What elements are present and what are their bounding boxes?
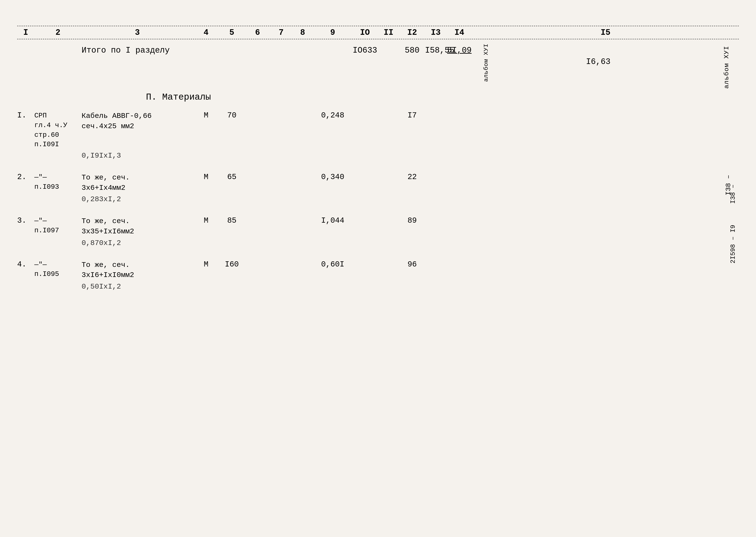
item-3-main-row: 3. —"— п.I097 То же, сеч. 3х35+IхI6мм2 М… — [17, 216, 739, 237]
item-1-desc: Кабель АВВГ-0,66 сеч.4х25 мм2 — [82, 111, 193, 131]
item-2-unit: М — [193, 173, 219, 182]
header-row: I 2 3 4 5 6 7 8 9 IO II I2 I3 I4 I5 — [17, 26, 739, 39]
item-4-desc-l2: 3хI6+IхI0мм2 — [82, 270, 193, 280]
item-1-desc-l2: сеч.4х25 мм2 — [82, 121, 193, 132]
section2-title: П. Материалы — [17, 92, 739, 103]
col-header-14: I4 — [447, 28, 472, 37]
item-row-4: 4. —"— п.I095 То же, сеч. 3хI6+IхI0мм2 М… — [17, 260, 739, 291]
item-4-ref-l1: —"— — [34, 260, 82, 270]
item-2-col12: 22 — [399, 173, 425, 182]
col-header-13: I3 — [425, 28, 447, 37]
item-4-ref: —"— п.I095 — [34, 260, 82, 279]
col-header-15: I5 — [472, 28, 739, 37]
item-1-ref-l2: гл.4 ч.У — [34, 121, 82, 130]
item-2-right-text-display: I38 – — [729, 173, 737, 216]
item-1-sub: 0,I9IхI,3 — [17, 151, 739, 160]
col-header-5: 5 — [219, 28, 245, 37]
summary-col15-val: I6,63 — [586, 57, 611, 66]
item-4-col9: 0,60I — [313, 260, 352, 269]
col-header-1: I — [17, 28, 34, 37]
item-2-desc: То же, сеч. 3х6+Iх4мм2 — [82, 173, 193, 193]
item-row-3: 3. —"— п.I097 То же, сеч. 3х35+IхI6мм2 М… — [17, 216, 739, 247]
item-2-num: 2. — [17, 173, 34, 182]
summary-second-line: I6,63 — [17, 57, 739, 66]
col-header-8: 8 — [292, 28, 313, 37]
col-header-9: 9 — [313, 28, 352, 37]
summary-label: Итого по I разделу — [82, 46, 193, 55]
item-3-qty: 85 — [219, 216, 245, 225]
item-1-qty: 70 — [219, 111, 245, 120]
item-2-desc-l2: 3х6+Iх4мм2 — [82, 183, 193, 193]
item-4-num: 4. — [17, 260, 34, 269]
item-1-num: I. — [17, 111, 34, 120]
page: I 2 3 4 5 6 7 8 9 IO II I2 I3 I4 I5 Итог… — [0, 0, 756, 537]
item-2-ref-l1: —"— — [34, 173, 82, 182]
item-2-desc-l1: То же, сеч. — [82, 173, 193, 183]
item-1-main-row: I. СРП гл.4 ч.У стр.60 п.I09I Кабель АВВ… — [17, 111, 739, 149]
album-label: альбом ХУI — [723, 46, 730, 89]
item-row-1: I. СРП гл.4 ч.У стр.60 п.I09I Кабель АВВ… — [17, 111, 739, 160]
item-1-col9: 0,248 — [313, 111, 352, 120]
item-1-unit: М — [193, 111, 219, 120]
item-1-ref-l1: СРП — [34, 111, 82, 121]
col-header-12: I2 — [399, 28, 425, 37]
item-3-sub: 0,870хI,2 — [17, 239, 739, 247]
summary-col14-val: 5I,09 — [447, 46, 472, 55]
summary-col12: 580 — [399, 46, 425, 55]
item-3-desc-l2: 3х35+IхI6мм2 — [82, 227, 193, 237]
item-row-2: 2. —"— п.I093 То же, сеч. 3х6+Iх4мм2 М 6… — [17, 173, 739, 203]
item-3-desc: То же, сеч. 3х35+IхI6мм2 — [82, 216, 193, 237]
item-3-num: 3. — [17, 216, 34, 225]
item-4-desc-l1: То же, сеч. — [82, 260, 193, 270]
col-header-4: 4 — [193, 28, 219, 37]
item-4-main-row: 4. —"— п.I095 То же, сеч. 3хI6+IхI0мм2 М… — [17, 260, 739, 280]
summary-col13: I58,55 — [425, 46, 447, 55]
item-1-col12: I7 — [399, 111, 425, 120]
item-2-ref-l2: п.I093 — [34, 182, 82, 192]
spacer1 — [17, 77, 739, 86]
summary-col14: 5I,09 альбом ХУI — [447, 46, 472, 55]
col-header-7: 7 — [270, 28, 292, 37]
item-1-ref: СРП гл.4 ч.У стр.60 п.I09I — [34, 111, 82, 149]
item-1-ref-l3: стр.60 — [34, 130, 82, 140]
item-4-qty: I60 — [219, 260, 245, 269]
item-2-ref: —"— п.I093 — [34, 173, 82, 192]
item-3-ref-l2: п.I097 — [34, 226, 82, 235]
item-1-desc-l1: Кабель АВВГ-0,66 — [82, 111, 193, 121]
col-header-3: 3 — [82, 28, 193, 37]
item-4-col12: 96 — [399, 260, 425, 269]
item-4-ref-l2: п.I095 — [34, 269, 82, 279]
item-4-sub: 0,50IхI,2 — [17, 283, 739, 291]
item-4-desc: То же, сеч. 3хI6+IхI0мм2 — [82, 260, 193, 280]
item-3-right-text-display: 2I598 – I9 — [729, 216, 737, 272]
col-header-10: IO — [352, 28, 378, 37]
item-3-col9: I,044 — [313, 216, 352, 225]
item-4-unit: М — [193, 260, 219, 269]
col-header-11: II — [378, 28, 399, 37]
item-3-unit: М — [193, 216, 219, 225]
item-2-qty: 65 — [219, 173, 245, 182]
col-header-6: 6 — [245, 28, 270, 37]
summary-block: Итого по I разделу IO633 580 I58,55 5I,0… — [17, 46, 739, 66]
item-3-desc-l1: То же, сеч. — [82, 216, 193, 227]
item-3-ref-l1: —"— — [34, 216, 82, 226]
item-2-col9: 0,340 — [313, 173, 352, 182]
col-header-2: 2 — [34, 28, 82, 37]
item-2-sub: 0,283хI,2 — [17, 195, 739, 203]
summary-col10: IO633 — [352, 46, 378, 55]
item-2-main-row: 2. —"— п.I093 То же, сеч. 3х6+Iх4мм2 М 6… — [17, 173, 739, 193]
item-3-ref: —"— п.I097 — [34, 216, 82, 235]
item-1-ref-l4: п.I09I — [34, 140, 82, 149]
item-3-col12: 89 — [399, 216, 425, 225]
